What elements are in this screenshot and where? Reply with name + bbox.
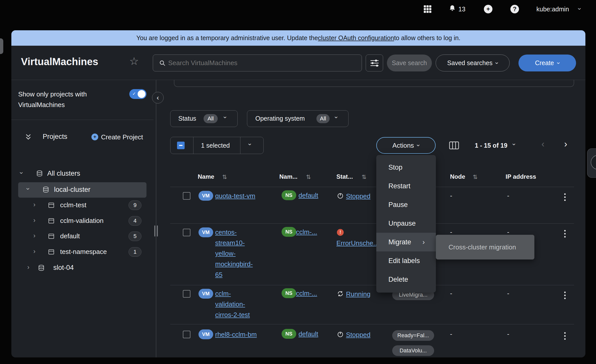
tree-item-local-cluster-label: local-cluster xyxy=(54,186,90,194)
bulk-select-checkbox[interactable] xyxy=(177,142,185,149)
row-kebab-menu[interactable] xyxy=(563,228,567,239)
menu-item-delete[interactable]: Delete xyxy=(376,270,436,289)
sort-icon[interactable]: ⇅ xyxy=(473,174,478,180)
selected-count-label: 1 selected xyxy=(201,142,230,149)
notifications-bell-icon[interactable] xyxy=(449,5,456,12)
vm-status-link[interactable]: ErrorUnsche... xyxy=(336,238,379,248)
tree-item-slot-04[interactable]: slot-04 xyxy=(53,264,74,272)
column-header-name[interactable]: Name xyxy=(198,173,214,180)
tree-item-project[interactable]: cclm-test xyxy=(60,201,86,209)
sort-icon[interactable]: ⇅ xyxy=(306,174,311,180)
cluster-icon xyxy=(42,186,49,193)
menu-item-pause[interactable]: Pause xyxy=(376,195,436,214)
create-project-plus-icon[interactable]: + xyxy=(91,134,98,140)
menu-item-restart[interactable]: Restart xyxy=(376,177,436,195)
actions-dropdown-menu: Stop Restart Pause Unpause Migrate › Edi… xyxy=(376,155,436,293)
actions-button[interactable]: Actions › xyxy=(376,137,436,154)
vm-status-link[interactable]: Stopped xyxy=(346,329,370,340)
local-cluster-expand-icon[interactable]: › xyxy=(25,188,32,190)
oauth-config-link[interactable]: cluster OAuth configuration xyxy=(318,34,394,42)
project-expand-icon[interactable]: › xyxy=(33,248,35,254)
saved-searches-button[interactable]: Saved searches › xyxy=(436,55,510,71)
namespace-link[interactable]: cclm-... xyxy=(296,288,317,299)
cluster-expand-icon[interactable]: › xyxy=(27,264,29,270)
manage-columns-button[interactable] xyxy=(449,141,459,150)
pagination-next-icon[interactable]: › xyxy=(564,140,567,149)
project-filter-label-line2: VirtualMachines xyxy=(18,99,87,110)
sort-icon[interactable]: ⇅ xyxy=(222,174,227,180)
project-expand-icon[interactable]: › xyxy=(33,201,35,208)
namespace-link[interactable]: cclm-... xyxy=(296,227,317,237)
row-checkbox[interactable] xyxy=(183,290,190,298)
nav-drawer-handle[interactable] xyxy=(0,38,3,54)
sidebar-collapse-button[interactable]: ‹ xyxy=(152,92,164,103)
advanced-filters-button[interactable] xyxy=(366,55,383,71)
vm-status-link[interactable]: Running xyxy=(346,289,370,299)
search-input[interactable] xyxy=(168,55,358,71)
menu-item-migrate[interactable]: Migrate › xyxy=(376,233,436,251)
vm-kind-badge: VM xyxy=(198,191,213,201)
row-checkbox[interactable] xyxy=(183,229,190,236)
vm-status-link[interactable]: Stopped xyxy=(346,191,370,201)
stopped-status-icon xyxy=(337,192,344,199)
vm-name-link[interactable]: quota-test-vm xyxy=(215,191,266,201)
column-header-ip[interactable]: IP address xyxy=(506,173,536,180)
namespace-kind-badge: NS xyxy=(282,190,296,200)
vm-filter-toggle[interactable]: ✓ xyxy=(129,89,146,99)
panel-resize-grip[interactable] xyxy=(157,225,158,237)
status-filter-label: Status xyxy=(178,115,196,122)
assistant-dock[interactable] xyxy=(587,148,596,178)
row-checkbox[interactable] xyxy=(183,192,190,200)
panel-resize-grip[interactable] xyxy=(154,225,155,237)
namespace-link[interactable]: default xyxy=(299,329,318,339)
status-filter-value: All xyxy=(204,114,218,123)
pagination-prev-icon[interactable]: ‹ xyxy=(541,140,544,149)
namespace-link[interactable]: default xyxy=(299,190,318,201)
save-search-button[interactable]: Save search xyxy=(387,55,432,71)
row-kebab-menu[interactable] xyxy=(563,331,567,341)
user-menu[interactable]: kube:admin xyxy=(536,6,569,13)
row-checkbox[interactable] xyxy=(183,331,190,338)
create-project-button[interactable]: Create Project xyxy=(101,133,143,141)
vm-name-link[interactable]: rhel8-cclm-bm xyxy=(215,329,268,340)
column-header-node[interactable]: Node xyxy=(450,173,465,180)
tree-item-project[interactable]: test-namespace xyxy=(60,248,107,256)
saved-searches-caret-icon: › xyxy=(494,62,500,64)
scrolled-filter-panel-edge xyxy=(174,80,574,87)
create-button[interactable]: Create › xyxy=(518,55,576,71)
quick-create-icon[interactable]: + xyxy=(484,5,492,13)
favorite-star-icon[interactable]: ☆ xyxy=(129,56,139,67)
panel-divider xyxy=(156,80,156,357)
menu-item-label: Stop xyxy=(388,164,403,171)
menu-item-stop[interactable]: Stop xyxy=(376,158,436,177)
tree-item-project[interactable]: cclm-validation xyxy=(60,217,104,225)
menu-item-unpause[interactable]: Unpause xyxy=(376,214,436,233)
admin-login-banner: You are logged in as a temporary adminis… xyxy=(11,30,585,46)
help-icon[interactable]: ? xyxy=(510,5,519,13)
running-status-icon xyxy=(337,290,344,297)
plus-icon: + xyxy=(93,134,96,140)
app-launcher-icon[interactable] xyxy=(424,5,431,13)
vm-name-link[interactable]: cclm- validation- cirros-2-test xyxy=(215,288,268,320)
search-box[interactable] xyxy=(153,55,362,71)
column-header-status[interactable]: Stat... xyxy=(336,173,353,180)
project-expand-icon[interactable]: › xyxy=(33,232,35,239)
actions-caret-icon: › xyxy=(415,144,421,146)
sort-icon[interactable]: ⇅ xyxy=(362,174,366,180)
project-expand-icon[interactable]: › xyxy=(33,217,35,223)
vm-name-link[interactable]: centos- stream10- yellow- mockingbird- 6… xyxy=(215,227,268,280)
collapse-all-icon[interactable] xyxy=(25,133,32,140)
tree-item-all-clusters[interactable]: All clusters xyxy=(47,170,80,177)
menu-item-edit-labels[interactable]: Edit labels xyxy=(376,251,436,270)
row-kebab-menu[interactable] xyxy=(563,192,567,202)
pagination-label[interactable]: 1 - 15 of 19 xyxy=(475,142,507,149)
menu-item-label: Migrate xyxy=(388,238,411,246)
submenu-item-cross-cluster-migration[interactable]: Cross-cluster migration xyxy=(449,243,516,251)
all-clusters-expand-icon[interactable]: › xyxy=(18,172,25,174)
notification-count[interactable]: 13 xyxy=(458,6,465,13)
assistant-button-icon[interactable] xyxy=(591,155,596,170)
bulk-select-caret-icon[interactable]: › xyxy=(247,143,253,145)
column-header-namespace[interactable]: Nam... xyxy=(279,173,297,180)
row-kebab-menu[interactable] xyxy=(563,290,567,301)
tree-item-project[interactable]: default xyxy=(60,232,80,240)
